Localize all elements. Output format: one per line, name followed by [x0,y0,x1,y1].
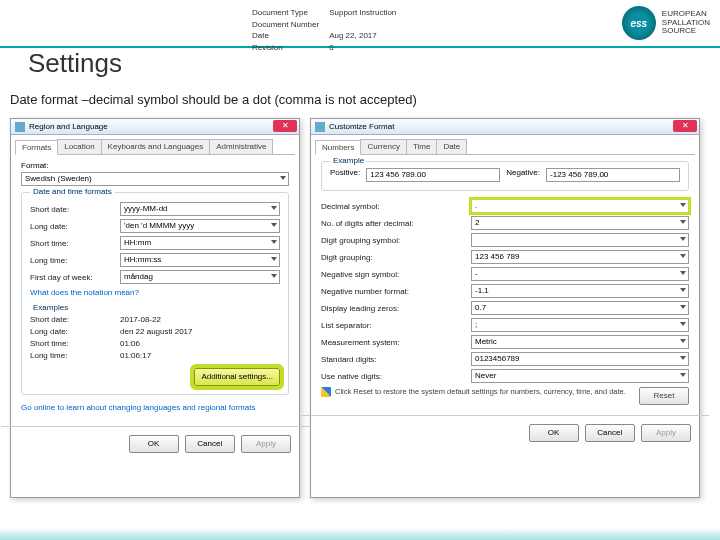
negative-label: Negative: [506,168,540,182]
positive-label: Positive: [330,168,360,182]
dialog-buttons: OK Cancel Apply [11,431,299,457]
short-time-label: Short time: [30,239,120,248]
ex-short-time: 01:06 [120,339,140,348]
tab-numbers[interactable]: Numbers [315,140,361,155]
shield-icon [321,387,331,397]
tab-date[interactable]: Date [436,139,467,154]
apply-button[interactable]: Apply [241,435,291,453]
native-combo[interactable]: Never [471,369,689,383]
page-title: Settings [28,48,122,79]
footer-gradient [0,528,720,540]
tabs: Numbers Currency Time Date [315,139,695,155]
dialog-title: Customize Format [329,122,394,131]
neg-fmt-combo[interactable]: -1.1 [471,284,689,298]
notation-link[interactable]: What does the notation mean? [30,288,280,297]
customize-format-dialog: Customize Format ✕ Numbers Currency Time… [310,118,700,498]
long-date-combo[interactable]: 'den 'd MMMM yyyy [120,219,280,233]
page-header: Document TypeSupport Instruction Documen… [0,0,720,48]
measure-label: Measurement system: [321,338,471,347]
globe-icon [315,122,325,132]
additional-settings-button[interactable]: Additional settings... [194,368,280,386]
tab-time[interactable]: Time [406,139,437,154]
titlebar[interactable]: Region and Language ✕ [11,119,299,135]
titlebar[interactable]: Customize Format ✕ [311,119,699,135]
tabs: Formats Location Keyboards and Languages… [15,139,295,155]
group-sym-label: Digit grouping symbol: [321,236,471,245]
decimal-symbol-label: Decimal symbol: [321,202,471,211]
tab-formats[interactable]: Formats [15,140,58,155]
format-combo[interactable]: Swedish (Sweden) [21,172,289,186]
short-date-combo[interactable]: yyyy-MM-dd [120,202,280,216]
format-label: Format: [21,161,289,170]
decimal-symbol-combo[interactable]: . [471,199,689,213]
close-icon[interactable]: ✕ [673,120,697,132]
ess-logo-icon: ess [622,6,656,40]
ok-button[interactable]: OK [129,435,179,453]
tab-currency[interactable]: Currency [360,139,406,154]
neg-fmt-label: Negative number format: [321,287,471,296]
list-sep-label: List separator: [321,321,471,330]
cancel-button[interactable]: Cancel [185,435,235,453]
short-time-combo[interactable]: HH:mm [120,236,280,250]
ess-logo: ess EUROPEAN SPALLATION SOURCE [622,6,710,40]
group-sym-combo[interactable] [471,233,689,247]
first-day-combo[interactable]: måndag [120,270,280,284]
ex-short-date: 2017-08-22 [120,315,161,324]
long-date-label: Long date: [30,222,120,231]
close-icon[interactable]: ✕ [273,120,297,132]
measure-combo[interactable]: Metric [471,335,689,349]
globe-icon [15,122,25,132]
doc-meta: Document TypeSupport Instruction Documen… [250,6,406,54]
short-date-label: Short date: [30,205,120,214]
positive-example: 123 456 789.00 [366,168,500,182]
native-label: Use native digits: [321,372,471,381]
online-link[interactable]: Go online to learn about changing langua… [21,403,289,412]
neg-sign-label: Negative sign symbol: [321,270,471,279]
apply-button[interactable]: Apply [641,424,691,442]
dialog-buttons: OK Cancel Apply [311,420,699,446]
negative-example: -123 456 789.00 [546,168,680,182]
reset-note: Click Reset to restore the system defaul… [321,387,689,405]
grouping-combo[interactable]: 123 456 789 [471,250,689,264]
date-time-legend: Date and time formats [30,187,115,196]
list-sep-combo[interactable]: ; [471,318,689,332]
digits-combo[interactable]: 2 [471,216,689,230]
tab-keyboards[interactable]: Keyboards and Languages [101,139,211,154]
ok-button[interactable]: OK [529,424,579,442]
std-digits-combo[interactable]: 0123456789 [471,352,689,366]
reset-button[interactable]: Reset [639,387,689,405]
long-time-combo[interactable]: HH:mm:ss [120,253,280,267]
digits-label: No. of digits after decimal: [321,219,471,228]
lead-zero-combo[interactable]: 0.7 [471,301,689,315]
grouping-label: Digit grouping: [321,253,471,262]
example-legend: Example [330,156,367,165]
examples-legend: Examples [30,303,71,312]
ex-long-date: den 22 augusti 2017 [120,327,193,336]
std-digits-label: Standard digits: [321,355,471,364]
lead-zero-label: Display leading zeros: [321,304,471,313]
cancel-button[interactable]: Cancel [585,424,635,442]
first-day-label: First day of week: [30,273,120,282]
tab-location[interactable]: Location [57,139,101,154]
tab-admin[interactable]: Administrative [209,139,273,154]
ex-long-time: 01:06:17 [120,351,151,360]
dialog-title: Region and Language [29,122,108,131]
long-time-label: Long time: [30,256,120,265]
neg-sign-combo[interactable]: - [471,267,689,281]
region-language-dialog: Region and Language ✕ Formats Location K… [10,118,300,498]
page-subtitle: Date format –decimal symbol should be a … [10,92,417,107]
